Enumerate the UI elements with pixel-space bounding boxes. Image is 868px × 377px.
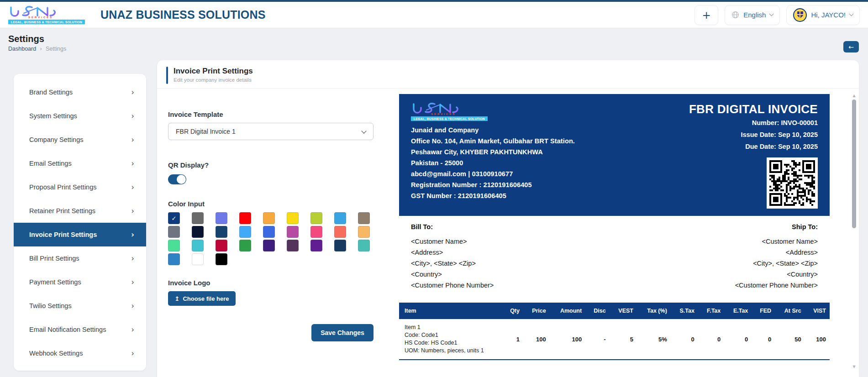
sidebar-item-proposal-print-settings[interactable]: Proposal Print Settings›	[14, 175, 146, 199]
table-header-qty: Qty	[502, 303, 523, 319]
invoice-issue-date: Issue Date: Sep 10, 2025	[741, 130, 818, 140]
color-swatch-20[interactable]	[216, 240, 227, 251]
sidebar-item-label: Invoice Print Settings	[29, 231, 97, 238]
sidebar-item-retainer-print-settings[interactable]: Retainer Print Settings›	[14, 199, 146, 223]
table-header-vest: VEST	[610, 303, 637, 319]
toggle-knob	[177, 175, 186, 184]
page-title: Settings	[8, 34, 860, 44]
panel-title: Invoice Print Settings	[174, 67, 849, 76]
table-cell: 100	[805, 319, 830, 360]
sidebar-item-payment-settings[interactable]: Payment Settings›	[14, 270, 146, 294]
choose-file-label: Choose file here	[183, 295, 229, 302]
color-swatch-27[interactable]	[168, 253, 180, 265]
scroll-up-icon[interactable]: ▲	[851, 93, 857, 99]
content: Brand Settings›System Settings›Company S…	[0, 57, 868, 377]
sidebar-item-webhook-settings[interactable]: Webhook Settings›	[14, 341, 146, 365]
color-swatch-13[interactable]	[263, 226, 275, 238]
invoice-due-date: Due Date: Sep 10, 2025	[745, 141, 818, 152]
color-swatch-2[interactable]	[216, 212, 227, 224]
customer-placeholder-line: <Customer Name>	[411, 236, 494, 247]
color-swatch-8[interactable]	[358, 212, 370, 224]
invoice-title: FBR DIGITAL INVOICE	[689, 102, 818, 116]
plus-icon: +	[702, 9, 711, 21]
company-detail-line: abcd@gmail.com | 03100910677	[411, 168, 689, 179]
chevron-right-icon: ›	[131, 301, 134, 310]
sidebar-item-company-settings[interactable]: Company Settings›	[14, 128, 146, 152]
customer-placeholder-line: <Country>	[735, 269, 818, 280]
sidebar-item-label: Brand Settings	[29, 89, 73, 96]
save-changes-button[interactable]: Save Changes	[311, 324, 374, 341]
brand-tagline: LEGAL, BUSINESS & TECHNICAL SOLUTION	[411, 116, 488, 121]
settings-nav: Brand Settings›System Settings›Company S…	[14, 74, 146, 371]
back-button[interactable]: ←	[843, 41, 859, 52]
sidebar-item-email-notification-settings[interactable]: Email Notification Settings›	[14, 318, 146, 341]
color-swatch-7[interactable]	[334, 212, 346, 224]
user-menu[interactable]: Hi, JAYCO!	[786, 5, 860, 25]
panel-subtitle: Edit your company invoice details	[174, 77, 849, 83]
color-swatch-19[interactable]	[192, 240, 204, 251]
brand-services-label: SERVICES	[431, 113, 456, 115]
sidebar-item-invoice-print-settings[interactable]: Invoice Print Settings›	[14, 223, 146, 246]
chevron-right-icon: ›	[131, 111, 134, 120]
language-selector[interactable]: English	[725, 5, 780, 25]
table-cell: 0	[698, 319, 724, 360]
sidebar-item-system-settings[interactable]: System Settings›	[14, 104, 146, 128]
invoice-template-value: FBR Digital Invoice 1	[176, 128, 236, 135]
color-swatch-3[interactable]	[239, 212, 251, 224]
sidebar-item-email-settings[interactable]: Email Settings›	[14, 152, 146, 175]
color-swatch-17[interactable]	[358, 226, 370, 238]
add-button[interactable]: +	[694, 5, 718, 25]
chevron-right-icon: ›	[131, 159, 134, 168]
app-title: UNAZ BUSINESS SOLUTIONS	[100, 8, 266, 21]
breadcrumb: Dashboard › Settings	[8, 46, 860, 52]
bill-to-section: Bill To: <Customer Name><Address><City>,…	[411, 223, 494, 291]
table-header-vist: VIST	[805, 303, 830, 319]
qr-display-label: QR Display?	[168, 161, 374, 169]
color-swatch-14[interactable]	[287, 226, 299, 238]
color-swatch-24[interactable]	[310, 240, 322, 251]
sidebar-item-twilio-settings[interactable]: Twilio Settings›	[14, 294, 146, 318]
color-swatch-12[interactable]	[239, 226, 251, 238]
choose-file-button[interactable]: ↥ Choose file here	[168, 291, 236, 306]
color-swatch-10[interactable]	[192, 226, 204, 238]
customer-placeholder-line: <Customer Name>	[735, 236, 818, 247]
color-swatch-9[interactable]	[168, 226, 180, 238]
invoice-number: Number: INVO-00001	[752, 118, 818, 128]
color-swatch-25[interactable]	[334, 240, 346, 251]
color-swatch-0[interactable]: ✓	[168, 212, 180, 224]
sidebar-item-brand-settings[interactable]: Brand Settings›	[14, 80, 146, 104]
color-swatch-4[interactable]	[263, 212, 275, 224]
qr-display-toggle[interactable]	[168, 174, 186, 184]
color-swatch-15[interactable]	[310, 226, 322, 238]
color-swatch-28[interactable]	[192, 253, 204, 265]
color-swatch-18[interactable]	[168, 240, 180, 251]
color-swatch-22[interactable]	[263, 240, 275, 251]
color-swatch-21[interactable]	[239, 240, 251, 251]
color-swatch-11[interactable]	[216, 226, 227, 238]
ship-to-lines: <Customer Name><Address><City>, <State> …	[735, 236, 818, 291]
scroll-down-icon[interactable]: ▼	[851, 364, 857, 370]
language-label: English	[743, 11, 766, 19]
color-swatch-29[interactable]	[216, 253, 227, 265]
table-cell: 1	[502, 319, 523, 360]
ship-to-title: Ship To:	[735, 223, 818, 230]
chevron-down-icon	[849, 12, 854, 16]
breadcrumb-dashboard[interactable]: Dashboard	[8, 46, 36, 52]
color-swatch-5[interactable]	[287, 212, 299, 224]
customer-placeholder-line: <Address>	[411, 247, 494, 258]
color-swatch-23[interactable]	[287, 240, 299, 251]
color-swatch-1[interactable]	[192, 212, 204, 224]
chevron-right-icon: ›	[131, 88, 134, 97]
sidebar-item-bill-print-settings[interactable]: Bill Print Settings›	[14, 246, 146, 270]
invoice-template-select[interactable]: FBR Digital Invoice 1	[168, 123, 374, 140]
chevron-right-icon: ›	[131, 230, 134, 239]
customer-placeholder-line: <Customer Phone Number>	[735, 280, 818, 291]
table-cell: 5	[610, 319, 637, 360]
color-swatch-26[interactable]	[358, 240, 370, 251]
customer-placeholder-line: <Address>	[735, 247, 818, 258]
brand-logo[interactable]: SERVICES LEGAL, BUSINESS & TECHNICAL SOL…	[8, 5, 85, 24]
preview-scrollbar[interactable]: ▲ ▼	[851, 93, 857, 370]
scroll-thumb[interactable]	[852, 99, 856, 228]
color-swatch-16[interactable]	[334, 226, 346, 238]
color-swatch-6[interactable]	[310, 212, 322, 224]
